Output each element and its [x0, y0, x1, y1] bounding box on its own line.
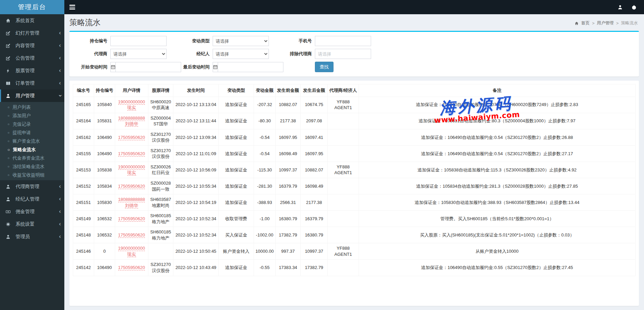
broker-select[interactable]: 请选择 [213, 49, 269, 59]
user-link[interactable]: 18088888888 [118, 116, 145, 121]
user-link[interactable]: 刘德华 [125, 203, 138, 208]
user-link[interactable]: 现实 [127, 252, 136, 257]
home-icon [6, 18, 13, 23]
user-link[interactable]: 刘德华 [125, 121, 138, 127]
stock-detail-cell: SZ301270汉仪股份 [148, 129, 173, 145]
agent-cell [328, 113, 359, 129]
user-link[interactable]: 18088888888 [118, 197, 145, 202]
start-time-input[interactable] [115, 62, 181, 72]
user-detail-cell: 19000000000现实 [115, 97, 148, 113]
sidebar-subitem-策略金流水[interactable]: ○策略金流水 [0, 145, 64, 154]
user-link[interactable]: 17505950620 [118, 232, 145, 238]
sidebar-subitem-冻结策略金流水[interactable]: ○冻结策略金流水 [0, 162, 64, 171]
sidebar-item-系统首页[interactable]: 系统首页 [0, 14, 64, 27]
position-id-cell: 106490 [94, 260, 115, 276]
app-logo[interactable]: 管理后台 [0, 0, 64, 14]
exclude-agent-input[interactable] [315, 49, 371, 59]
agent-select[interactable]: 请选择 [110, 49, 167, 59]
user-link[interactable]: 17505950620 [118, 184, 145, 189]
flow-id-cell: 245165 [73, 97, 94, 113]
time-cell: 2022-10-12 10:52:34 [173, 227, 219, 243]
amount-cell: -115.30 [254, 162, 276, 178]
sidebar-item-用户管理[interactable]: 用户管理‹ [0, 89, 64, 102]
sidebar-subitem-label: 冻结策略金流水 [13, 164, 45, 170]
sidebar-item-内容管理[interactable]: 内容管理‹ [0, 39, 64, 52]
remark-cell: 追加保证金：105838自动追加履约金:115.3（SZ300026股数2320… [359, 162, 636, 178]
user-link[interactable]: 19000000000 [118, 99, 145, 105]
change-type-cell: 追加保证金 [219, 178, 254, 194]
user-link[interactable]: 17505950620 [118, 265, 145, 270]
search-button[interactable]: 查找 [315, 62, 334, 72]
time-cell: 2022-10-12 10:43:49 [173, 260, 219, 276]
sidebar-toggle-button[interactable] [64, 0, 80, 14]
change-type-cell: 追加保证金 [219, 260, 254, 276]
breadcrumb-home-link[interactable]: 首页 [581, 20, 589, 26]
user-link[interactable]: 17505950620 [118, 135, 145, 140]
sidebar-item-管理员[interactable]: 管理员‹ [0, 230, 64, 243]
user-link[interactable]: 19000000000 [118, 164, 145, 170]
breadcrumb-section-link[interactable]: 用户管理 [597, 20, 614, 26]
sidebar-item-公告管理[interactable]: 公告管理‹ [0, 52, 64, 64]
after-amount-cell: 16097.41 [301, 129, 328, 145]
user-icon [6, 197, 13, 202]
book-icon [6, 81, 13, 86]
flow-id-cell: 245162 [73, 129, 94, 145]
user-menu-icon[interactable] [618, 5, 623, 10]
change-type-cell: 追加保证金 [219, 162, 254, 178]
sidebar-subitem-label: 代金券资金流水 [13, 155, 45, 161]
remark-cell: 管理费。买入SH600185（当前价5.01*股数200*0.001=1） [359, 211, 636, 227]
sidebar-subitem-收益宝收益明细[interactable]: ○收益宝收益明细 [0, 171, 64, 179]
sidebar-subitem-添加用户[interactable]: ○添加用户 [0, 111, 64, 120]
table-row: 24514210649017505950620SZ301270汉仪股份2022-… [73, 260, 636, 276]
sidebar-subitem-label: 收益宝收益明细 [13, 172, 45, 178]
remark-cell: 追加保证金：105834自动追加履约金:281.3（SZ000028股数1000… [359, 178, 636, 194]
user-link[interactable]: 现实 [127, 105, 136, 110]
sidebar-item-label: 用户管理 [16, 93, 35, 99]
sidebar-item-代理商管理[interactable]: 代理商管理‹ [0, 180, 64, 193]
position-id-cell: 0 [94, 243, 115, 260]
before-amount-cell: 16379.79 [276, 178, 301, 194]
after-amount-cell: 16098.49 [301, 178, 328, 194]
sidebar-subitem-label: 策略金流水 [13, 147, 36, 153]
change-type-cell: 收取管理费 [219, 211, 254, 227]
flow-id-cell: 245155 [73, 145, 94, 162]
chevron-left-icon: ‹ [59, 67, 61, 73]
user-link[interactable]: 17505950620 [118, 216, 145, 222]
change-type-cell: 追加保证金 [219, 97, 254, 113]
user-link[interactable]: 19000000000 [118, 246, 145, 251]
sidebar-subitem-代金券资金流水[interactable]: ○代金券资金流水 [0, 154, 64, 162]
user-detail-cell: 19000000000现实 [115, 243, 148, 260]
sidebar-item-经纪人管理[interactable]: 经纪人管理‹ [0, 193, 64, 205]
phone-input[interactable] [315, 36, 371, 46]
sidebar-item-幻灯片管理[interactable]: 幻灯片管理‹ [0, 27, 64, 39]
position-input[interactable] [110, 36, 167, 46]
sidebar-subitem-提现申请[interactable]: ○提现申请 [0, 128, 64, 137]
stock-detail-cell: SZ000028国药一致 [148, 178, 173, 194]
user-link[interactable]: 现实 [127, 170, 136, 175]
sidebar-item-订单管理[interactable]: 订单管理‹ [0, 77, 64, 89]
end-time-input[interactable] [218, 62, 283, 72]
filter-broker: 经纪人 请选择 [172, 49, 274, 59]
sidebar-subitem-用户列表[interactable]: ○用户列表 [0, 103, 64, 111]
change-type-select[interactable]: 请选择 [213, 36, 269, 46]
power-icon[interactable] [631, 5, 637, 10]
amount-cell: -281.30 [254, 178, 276, 194]
user-link[interactable]: 17505950620 [118, 151, 145, 157]
sidebar-item-系统设置[interactable]: 系统设置‹ [0, 218, 64, 230]
filter-start-time: 开始变动时间 [69, 62, 172, 72]
sidebar-subitem-账户资金流水[interactable]: ○账户资金流水 [0, 137, 64, 145]
main-content: 策略流水 首页 > 用户管理 > 策略流水 持仓编号 变动类型 请选择 手机号 [64, 14, 644, 310]
sidebar-subitem-label: 添加用户 [13, 113, 31, 119]
chevron-left-icon: ‹ [59, 42, 61, 48]
sidebar-item-佣金管理[interactable]: 佣金管理‹ [0, 205, 64, 218]
chevron-left-icon: ‹ [59, 80, 61, 86]
sidebar-subitem-充值记录[interactable]: ○充值记录 [0, 120, 64, 128]
position-id-cell: 105834 [94, 178, 115, 194]
after-amount-cell: 17382.79 [301, 260, 328, 276]
chevron-left-icon: ‹ [59, 233, 61, 239]
before-amount-cell: 16380.79 [276, 211, 301, 227]
filter-phone: 手机号 [274, 36, 376, 46]
sidebar-item-label: 佣金管理 [16, 209, 35, 215]
before-amount-cell: 16097.95 [276, 129, 301, 145]
sidebar-item-股票管理[interactable]: 股票管理‹ [0, 64, 64, 77]
